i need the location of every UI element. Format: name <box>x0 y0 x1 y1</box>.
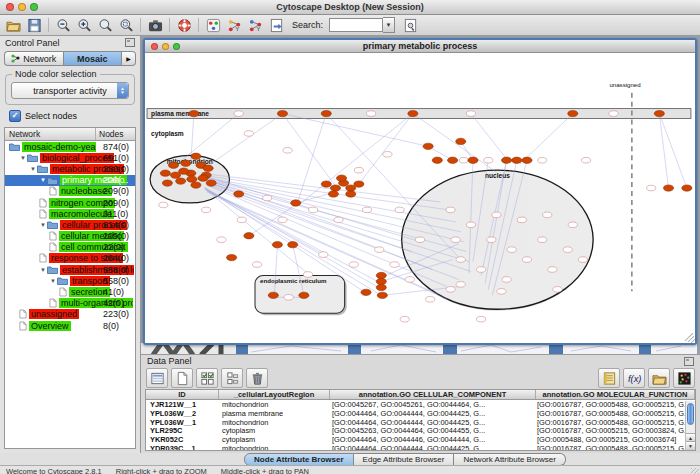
file-icon <box>49 186 57 196</box>
tree-row[interactable]: ▼primary metabo209(... <box>5 175 135 186</box>
node-color-dropdown[interactable]: transporter activity ▲▼ <box>11 82 129 99</box>
toolbar-separator <box>198 18 199 32</box>
maximize-icon[interactable] <box>173 43 180 50</box>
tree-row-label: unassigned <box>29 309 79 319</box>
tree-row[interactable]: ▼cellular process614(0) <box>5 219 135 230</box>
tree-row[interactable]: cellular metabo209(0) <box>5 231 135 242</box>
table-cell: YLR295C <box>146 426 218 435</box>
table-row[interactable]: YLR295Ccytoplasm[GO:0045263, GO:0044464,… <box>146 426 695 435</box>
network-view-window[interactable]: primary metabolic process plasma membran… <box>143 38 697 345</box>
app-titlebar[interactable]: Cytoscape Desktop (New Session) <box>0 0 700 15</box>
tree-row[interactable]: response to stimul264(0) <box>5 253 135 264</box>
tree-row[interactable]: cell communicat22(0) <box>5 242 135 253</box>
zoom-in-icon[interactable] <box>75 17 93 34</box>
select-nodes-label: Select nodes <box>25 111 77 121</box>
save-icon[interactable] <box>25 17 43 34</box>
open-file-icon[interactable] <box>4 17 22 34</box>
zoom-fit-icon[interactable] <box>96 17 114 34</box>
table-row[interactable]: YPL036W__1mitochondrion[GO:0044464, GO:0… <box>146 418 695 427</box>
tree-row[interactable]: multi-organism pro42(0) <box>5 298 135 309</box>
table-row[interactable]: YPL036W__2plasma membrane[GO:0044464, GO… <box>146 409 695 418</box>
close-icon[interactable] <box>151 43 158 50</box>
help-icon[interactable] <box>175 17 193 34</box>
tree-row[interactable]: nitrogen compo209(0) <box>5 197 135 208</box>
table-cell: plasma membrane <box>218 409 328 418</box>
minimize-button[interactable] <box>18 3 26 11</box>
tab-overflow-arrow[interactable]: ▶ <box>122 51 136 66</box>
network-window-titlebar[interactable]: primary metabolic process <box>145 40 695 53</box>
scroll-down-icon[interactable]: ▼ <box>686 441 695 450</box>
expand-arrow-icon[interactable]: ▼ <box>29 166 37 172</box>
function-builder-icon[interactable]: f(x) <box>623 368 645 388</box>
expand-arrow-icon[interactable]: ▼ <box>19 155 27 161</box>
scrollbar-thumb[interactable] <box>687 403 694 425</box>
tree-row[interactable]: ▼establishment of lo558(0) <box>5 264 135 275</box>
attr-batch-icon[interactable] <box>598 368 620 388</box>
group-legend: Node color selection <box>12 69 100 79</box>
table-column-header[interactable]: ID <box>146 390 219 399</box>
snapshot-icon[interactable] <box>146 17 164 34</box>
table-scrollbar[interactable]: ▲ ▼ <box>685 401 695 450</box>
layout-a-icon[interactable]: Y <box>225 17 243 34</box>
float-data-panel-icon[interactable] <box>684 357 694 366</box>
table-column-header[interactable]: annotation.GO CELLULAR_COMPONENT <box>330 390 536 399</box>
tree-row[interactable]: secretion41(0) <box>5 286 135 297</box>
tree-row[interactable]: ▼metabolic process280(0) <box>5 163 135 174</box>
layout-b-icon[interactable]: Y <box>246 17 264 34</box>
table-row[interactable]: YDR039C__1mitochondrion[GO:0044464, GO:0… <box>146 444 695 451</box>
search-dropdown-arrow-icon[interactable]: ▼ <box>383 17 395 33</box>
expand-arrow-icon[interactable]: ▼ <box>49 278 57 284</box>
table-column-header[interactable]: annotation.GO MOLECULAR_FUNCTION <box>536 390 695 399</box>
select-attrs-icon[interactable] <box>196 368 218 388</box>
network-canvas[interactable]: plasma membranecytoplasmmitochondrionnuc… <box>145 53 695 343</box>
svg-text:Y: Y <box>256 26 260 32</box>
unselect-attrs-icon[interactable] <box>221 368 243 388</box>
svg-text:nucleus: nucleus <box>485 172 510 179</box>
network-tab-icon <box>11 54 20 63</box>
table-row[interactable]: YJR121W__1mitochondrion[GO:0045267, GO:0… <box>146 400 695 409</box>
tree-row[interactable]: ▼biological_process651(0) <box>5 152 135 163</box>
expand-arrow-icon[interactable]: ▼ <box>39 267 47 273</box>
svg-text:endoplasmic reticulum: endoplasmic reticulum <box>260 278 326 284</box>
table-cell: [GO:0045267, GO:0045261, GO:0044464, G..… <box>328 400 533 409</box>
tree-row[interactable]: macromolecule311(0) <box>5 208 135 219</box>
table-cell: YPL036W__1 <box>146 418 218 427</box>
folder-icon <box>37 164 48 173</box>
file-icon <box>19 321 27 331</box>
attr-matrix-icon[interactable] <box>673 368 695 388</box>
tree-row[interactable]: mosaic-demo-yeast874(0) <box>5 141 135 152</box>
expand-arrow-icon[interactable]: ▼ <box>39 222 47 228</box>
attr-table-icon[interactable] <box>146 368 168 388</box>
vizmapper-icon[interactable] <box>204 17 222 34</box>
table-row[interactable]: YKR052Ccytoplasm[GO:0044464, GO:0044446,… <box>146 435 695 444</box>
table-cell: [GO:0044464, GO:0044444, GO:0044425, G..… <box>328 444 533 451</box>
folder-icon <box>57 276 68 285</box>
tree-row[interactable]: ▼transport558(0) <box>5 275 135 286</box>
tab-network[interactable]: Network <box>4 51 63 66</box>
network-window-controls[interactable] <box>151 43 180 50</box>
delete-attr-icon[interactable] <box>246 368 268 388</box>
tree-row[interactable]: nucleobase-209(0) <box>5 186 135 197</box>
zoom-region-icon[interactable] <box>117 17 135 34</box>
window-controls[interactable] <box>6 3 38 11</box>
table-column-header[interactable]: _cellularLayoutRegion <box>219 390 330 399</box>
attribute-browser-tabstrip: Node Attribute BrowserEdge Attribute Bro… <box>0 453 700 465</box>
zoom-out-icon[interactable] <box>54 17 72 34</box>
create-view-icon[interactable] <box>267 17 285 34</box>
minimize-icon[interactable] <box>162 43 169 50</box>
search-box[interactable]: ▼ <box>329 17 395 33</box>
search-go-icon[interactable] <box>401 17 419 34</box>
tree-row[interactable]: Overview8(0) <box>5 320 135 331</box>
zoom-button[interactable] <box>30 3 38 11</box>
tree-row[interactable]: unassigned223(0) <box>5 309 135 320</box>
tab-mosaic[interactable]: Mosaic <box>63 51 123 66</box>
search-input[interactable] <box>329 18 383 32</box>
new-attr-icon[interactable] <box>171 368 193 388</box>
expand-arrow-icon[interactable]: ▼ <box>39 177 47 183</box>
select-nodes-row[interactable]: ✓ Select nodes <box>0 107 140 124</box>
import-attrs-icon[interactable] <box>648 368 670 388</box>
resize-grip[interactable] <box>691 468 699 474</box>
select-nodes-checkbox[interactable]: ✓ <box>9 110 21 122</box>
close-button[interactable] <box>6 3 14 11</box>
float-panel-icon[interactable] <box>125 38 135 47</box>
